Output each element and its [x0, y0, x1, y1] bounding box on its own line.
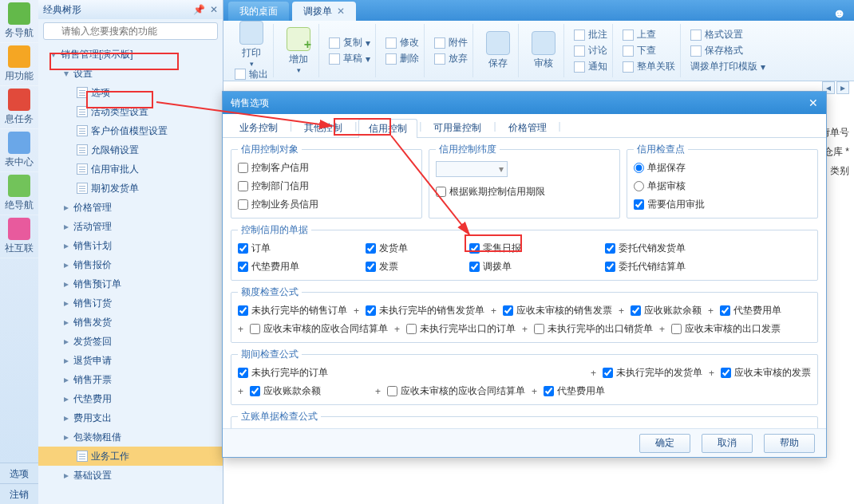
- dlg-tab-available[interactable]: 可用量控制: [423, 118, 492, 137]
- tree-item[interactable]: ▸销售预订单: [38, 274, 223, 293]
- tree-item[interactable]: ▸销售订货: [38, 293, 223, 313]
- tree-item[interactable]: ▸销售报价: [38, 255, 223, 274]
- dialog-close-icon[interactable]: ✕: [809, 96, 818, 109]
- dlg-tab-price[interactable]: 价格管理: [498, 118, 557, 137]
- nav-item-4[interactable]: 绝导航: [0, 172, 38, 215]
- fieldset-credit-target: 信用控制对象 控制客户信用 控制部门信用 控制业务员信用: [231, 143, 422, 219]
- save-format-button[interactable]: 保存格式: [690, 44, 765, 57]
- chk-invoice[interactable]: 发票: [366, 260, 469, 274]
- nav-item-1[interactable]: 用功能: [0, 43, 38, 86]
- fieldset-period-formula: 期间检查公式 未执行完毕的订单 + 未执行完毕的发货单 + 应收未审核的发票 +…: [231, 348, 818, 405]
- tree-item[interactable]: ▸销售发货: [38, 313, 223, 332]
- radio-save[interactable]: 单据保存: [634, 161, 686, 175]
- tree-item[interactable]: ▸包装物租借: [38, 427, 223, 447]
- tab-transfer[interactable]: 调拨单✕: [292, 2, 356, 21]
- nav-item-0[interactable]: 务导航: [0, 0, 38, 43]
- chk-account-period[interactable]: 根据账期控制信用期限: [436, 185, 613, 199]
- attach-button[interactable]: 附件: [434, 36, 468, 49]
- close-icon[interactable]: ✕: [337, 6, 345, 17]
- fieldset-credit-dimension: 信用控制纬度 ▾ 根据账期控制信用期限: [429, 143, 620, 219]
- help-button[interactable]: 帮助: [764, 434, 815, 453]
- modify-button[interactable]: 修改: [385, 36, 419, 49]
- discard-button[interactable]: 放弃: [434, 52, 468, 65]
- tree-header: 经典树形 📌✕: [38, 0, 223, 19]
- fieldset-billing-formula: 立账单据检查公式 未收款完毕的销售立账单据 + 未收款完毕的代垫费用单 未收款完…: [231, 410, 818, 428]
- tree-item[interactable]: 信用审批人: [38, 159, 223, 179]
- tree-item[interactable]: 客户价值模型设置: [38, 121, 223, 140]
- chk-need-approve[interactable]: 需要信用审批: [634, 198, 705, 211]
- copy-button[interactable]: 复制 ▾: [329, 36, 370, 49]
- tree-root[interactable]: ▾销售管理[演示版]: [38, 45, 223, 64]
- discuss-button[interactable]: 讨论: [574, 44, 607, 57]
- chk-consign-delivery[interactable]: 委托代销发货单: [605, 242, 811, 255]
- notify-button[interactable]: 通知: [574, 60, 607, 73]
- tree-item[interactable]: ▸基础设置: [38, 466, 223, 485]
- lookup-down-button[interactable]: 下查: [623, 44, 675, 57]
- tree-item[interactable]: ▸销售开票: [38, 370, 223, 389]
- tree-business-work[interactable]: 业务工作: [38, 447, 223, 466]
- close-icon[interactable]: ✕: [210, 4, 218, 15]
- dlg-tab-credit[interactable]: 信用控制: [358, 119, 417, 138]
- output-icon: [235, 69, 246, 80]
- add-button[interactable]: +增加▾: [283, 27, 314, 74]
- print-button[interactable]: 打印▾: [236, 21, 267, 68]
- dlg-tab-business[interactable]: 业务控制: [229, 118, 288, 137]
- radio-approve[interactable]: 单据审核: [634, 179, 686, 193]
- chk-sales-credit[interactable]: 控制业务员信用: [238, 198, 318, 211]
- tree-item[interactable]: ▸代垫费用: [38, 389, 223, 408]
- doc-icon: [77, 87, 88, 98]
- dialog-title-bar: 销售选项 ✕: [223, 92, 826, 114]
- tree-item[interactable]: ▸费用支出: [38, 408, 223, 427]
- tree-item[interactable]: ▸退货申请: [38, 351, 223, 370]
- combo-dimension[interactable]: ▾: [436, 161, 508, 177]
- tree: ▾销售管理[演示版] ▾设置 选项 活动类型设置 客户价值模型设置 允限销设置 …: [38, 43, 223, 499]
- tree-item[interactable]: ▸价格管理: [38, 198, 223, 217]
- chk-dept-credit[interactable]: 控制部门信用: [238, 179, 309, 193]
- tree-item[interactable]: 允限销设置: [38, 140, 223, 159]
- save-button[interactable]: 保存: [483, 31, 513, 70]
- cancel-button[interactable]: 取消: [702, 434, 753, 453]
- tree-item[interactable]: ▸销售计划: [38, 236, 223, 255]
- nav-item-5[interactable]: 社互联: [0, 215, 38, 258]
- lookup-up-button[interactable]: 上查: [623, 28, 675, 41]
- nav-options[interactable]: 选项: [0, 463, 38, 483]
- tree-panel: 经典树形 📌✕ 🔍 ▾销售管理[演示版] ▾设置 选项 活动类型设置 客户价值模…: [38, 0, 223, 504]
- draft-button[interactable]: 草稿 ▾: [329, 52, 370, 65]
- dialog-body: 信用控制对象 控制客户信用 控制部门信用 控制业务员信用 信用控制纬度 ▾ 根据…: [223, 138, 826, 428]
- tree-settings[interactable]: ▾设置: [38, 64, 223, 83]
- pin-icon[interactable]: 📌: [193, 4, 205, 15]
- tree-item[interactable]: 活动类型设置: [38, 102, 223, 121]
- fieldset-credit-checkpoint: 信用检查点 单据保存 单据审核 需要信用审批: [627, 143, 818, 219]
- delete-button[interactable]: 删除: [385, 52, 419, 65]
- tree-search-input[interactable]: [43, 22, 218, 40]
- ok-button[interactable]: 确定: [639, 434, 690, 453]
- chk-delivery[interactable]: 发货单: [366, 242, 469, 255]
- chk-advance[interactable]: 代垫费用单: [238, 260, 366, 274]
- dlg-tab-other[interactable]: 其他控制: [294, 118, 353, 137]
- relation-button[interactable]: 整单关联: [623, 60, 675, 73]
- tab-desktop[interactable]: 我的桌面: [228, 2, 289, 21]
- output-button[interactable]: 输出: [235, 68, 268, 81]
- nav-item-3[interactable]: 表中心: [0, 129, 38, 172]
- approve-button[interactable]: 审核: [528, 31, 559, 70]
- print-template-button[interactable]: 调拨单打印模版 ▾: [690, 60, 765, 73]
- annotate-button[interactable]: 批注: [574, 28, 607, 41]
- dialog-tabs: 业务控制| 其他控制| 信用控制| 可用量控制| 价格管理|: [223, 114, 826, 138]
- tree-item[interactable]: ▸活动管理: [38, 217, 223, 236]
- tree-options[interactable]: 选项: [38, 83, 223, 102]
- tree-item[interactable]: 期初发货单: [38, 179, 223, 198]
- sales-options-dialog: 销售选项 ✕ 业务控制| 其他控制| 信用控制| 可用量控制| 价格管理| 信用…: [222, 91, 827, 458]
- scroll-right[interactable]: ▸: [836, 81, 849, 94]
- fieldset-quota-formula: 额度检查公式 未执行完毕的销售订单+ 未执行完毕的销售发货单+ 应收未审核的销售…: [231, 285, 818, 343]
- chk-transfer[interactable]: 调拨单: [469, 260, 605, 274]
- tree-item[interactable]: ▸发货签回: [38, 332, 223, 351]
- left-icon-bar: 务导航 用功能 息任务 表中心 绝导航 社互联 选项 注销: [0, 0, 38, 504]
- nav-logout[interactable]: 注销: [0, 483, 38, 504]
- nav-item-2[interactable]: 息任务: [0, 86, 38, 129]
- chk-retail[interactable]: 零售日报: [469, 242, 605, 255]
- format-button[interactable]: 格式设置: [690, 28, 765, 41]
- chk-customer-credit[interactable]: 控制客户信用: [238, 161, 309, 175]
- chk-consign-settle[interactable]: 委托代销结算单: [605, 260, 811, 274]
- smiley-icon[interactable]: ☻: [832, 6, 846, 21]
- chk-order[interactable]: 订单: [238, 242, 366, 255]
